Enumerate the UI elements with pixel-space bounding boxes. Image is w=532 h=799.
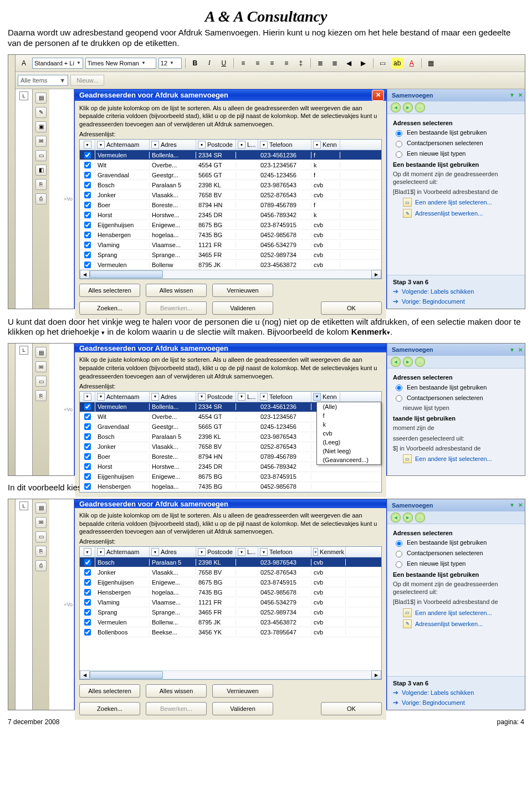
find-button[interactable]: Zoeken... [79,301,140,315]
filter-option[interactable]: (Alle) [317,402,381,411]
all-items-dropdown[interactable]: Alle Items▼ [18,75,68,86]
back-icon[interactable]: ◄ [391,103,401,112]
refresh-button[interactable]: Vernieuwen [212,284,273,297]
close-icon[interactable]: ✕ [372,90,384,101]
horizontal-scrollbar[interactable]: ◀ ▶ [80,270,381,279]
col-postcode[interactable]: ▼Postcode [196,140,236,150]
filter-option[interactable]: (Leeg) [317,438,381,447]
align-center-icon[interactable]: ≡ [252,58,264,69]
filter-option[interactable]: (Geavanceerd...) [317,455,381,464]
side-icon[interactable]: ▤ [35,347,47,358]
table-row[interactable]: SprangSprange...3465 FR0252-989734cvb [80,250,381,260]
table-row[interactable]: SprangSprange...3465 FR0252-989734cvb [80,607,381,617]
table-row[interactable]: JonkerVlasakk...7658 BV0252-876543cvb [80,567,381,577]
col-kenmerk[interactable]: ▼Kenn [311,140,340,150]
side-icon[interactable]: ⎘ [35,179,47,190]
table-row[interactable]: WitOverbe...4554 GT023-1234567k [80,160,381,170]
style-dropdown[interactable]: Standaard + Li▼ [32,58,83,69]
indent-icon[interactable]: ▶ [357,58,370,69]
table-row[interactable]: EijgenhuijsenEnigewe...8675 BG023-874591… [80,472,381,482]
side-icon[interactable]: ✎ [35,107,47,118]
col-telefoon[interactable]: ▼Telefoon [258,140,311,150]
table-row[interactable]: VermeulenBollenla...2334 SR023-4561236f [80,150,381,160]
edit-address-list-link[interactable]: ✎Adressenlijst bewerken... [393,209,519,218]
bullet-list-icon[interactable]: ≣ [329,58,341,69]
taskpane-menu-icon[interactable]: ▼ [509,92,515,98]
table-row[interactable]: VermeulenBollenw...8795 JK023-4563872cvb [80,617,381,627]
highlight-icon[interactable]: ab [391,58,403,69]
filter-option[interactable]: f [317,411,381,420]
table-row[interactable]: Hensbergenhogelaa...7435 BG0452-985678cv… [80,587,381,597]
clear-all-button[interactable]: Alles wissen [146,284,207,297]
table-row[interactable]: VlamingVlaamse...1121 FR0456-534279cvb [80,597,381,607]
font-dropdown[interactable]: Times New Roman▼ [85,58,156,69]
filter-option[interactable]: cvb [317,429,381,438]
align-right-icon[interactable]: ≡ [266,58,278,69]
side-icon[interactable]: ▤ [35,503,47,514]
side-icon[interactable]: ▭ [35,376,47,387]
taskpane-close-icon[interactable]: ✕ [518,92,523,98]
table-row[interactable]: VermeulenBollenw8795 JK023-4563872cvb [80,260,381,270]
new-button[interactable]: Nieuw... [70,75,104,86]
select-all-button[interactable]: Alles selecteren [79,284,140,297]
col-kenmerk-open[interactable]: ▼Kenn [311,392,340,402]
prev-step-link[interactable]: ➔Vorige: Begindocument [393,298,519,305]
side-icon[interactable]: ▤ [35,93,47,104]
side-icon[interactable]: ⎙ [35,193,47,204]
border-icon[interactable]: ▭ [377,58,389,69]
toolbar-extra-icon[interactable]: ▦ [425,58,437,69]
table-row[interactable]: EijgenhuijsenEnigewe...8675 BG023-874591… [80,220,381,230]
side-icon[interactable]: ✉ [35,361,47,372]
table-row[interactable]: BoschParalaan 52398 KL023-9876543cvb [80,180,381,190]
forward-icon[interactable]: ► [403,103,413,112]
bold-button[interactable]: B [189,58,201,69]
side-icon[interactable]: ▭ [35,531,47,542]
home-icon[interactable]: ⌂ [415,103,425,112]
table-row[interactable]: EijgenhuijsenEnigewe...8675 BG023-874591… [80,577,381,587]
recipients-grid[interactable]: ▼ ▼Achternaam ▼Adres ▼Postcode ▼L... ▼Te… [79,139,382,279]
filter-option[interactable]: k [317,420,381,429]
font-color-icon[interactable]: A [406,58,418,69]
side-icon[interactable]: ⎘ [35,390,47,401]
scroll-right-icon[interactable]: ▶ [371,270,381,279]
col-adres[interactable]: ▼Adres [150,140,196,150]
italic-button[interactable]: I [203,58,216,69]
justify-icon[interactable]: ≡ [280,58,293,69]
table-row[interactable]: Hensbergenhogelaa...7435 BG0452-985678cv… [80,230,381,240]
side-icon[interactable]: ▭ [35,150,47,161]
scroll-thumb[interactable] [90,270,163,278]
side-icon[interactable]: ⎘ [35,546,47,557]
scroll-left-icon[interactable]: ◀ [80,270,90,279]
side-icon[interactable]: ✉ [35,136,47,147]
radio-contacts[interactable]: Contactpersonen selecteren [393,139,519,147]
select-other-list-link[interactable]: ▭Een andere lijst selecteren... [393,198,519,207]
table-row[interactable]: Hensbergenhogelaa...7435 BG0452-985678 [80,482,381,492]
col-kenmerk-filtered[interactable]: ▼Kenmerk [311,547,346,557]
next-step-link[interactable]: ➔Volgende: Labels schikken [393,288,519,295]
table-row[interactable]: HorstHorstwe...2345 DR0456-789342k [80,210,381,220]
side-icon[interactable]: ▣ [35,121,47,132]
numbered-list-icon[interactable]: ≣ [314,58,326,69]
ruler-tab-icon[interactable]: L [19,91,28,100]
side-icon[interactable]: ◧ [35,165,47,176]
kenmerk-filter-dropdown[interactable]: (Alle)fkcvb(Leeg)(Niet leeg)(Geavanceerd… [316,402,381,465]
dialog-titlebar[interactable]: Geadresseerden voor Afdruk samenvoegen ✕ [75,90,386,101]
size-dropdown[interactable]: 12▼ [158,58,182,69]
col-checkbox[interactable]: ▼ [80,140,95,150]
table-row[interactable]: VlamingVlaamse...1121 FR0456-534279cvb [80,240,381,250]
radio-existing-list[interactable]: Een bestaande lijst gebruiken [393,129,519,137]
filter-option[interactable]: (Niet leeg) [317,447,381,455]
underline-button[interactable]: U [218,58,230,69]
col-l[interactable]: ▼L... [236,140,258,150]
side-icon[interactable]: ✉ [35,517,47,528]
outdent-icon[interactable]: ◀ [343,58,355,69]
table-row[interactable]: JonkerVlasakk...7658 BV0252-876543cvb [80,190,381,200]
line-spacing-icon[interactable]: ‡ [295,58,307,69]
align-left-icon[interactable]: ≡ [237,58,249,69]
ok-button[interactable]: OK [321,301,382,315]
style-icon[interactable]: A [18,58,30,69]
side-icon[interactable]: ⎙ [35,560,47,571]
validate-button[interactable]: Valideren [212,301,273,315]
table-row[interactable]: GravendaalGeestgr...5665 GT0245-123456f [80,170,381,180]
radio-new-list[interactable]: Een nieuwe lijst typen [393,150,519,158]
